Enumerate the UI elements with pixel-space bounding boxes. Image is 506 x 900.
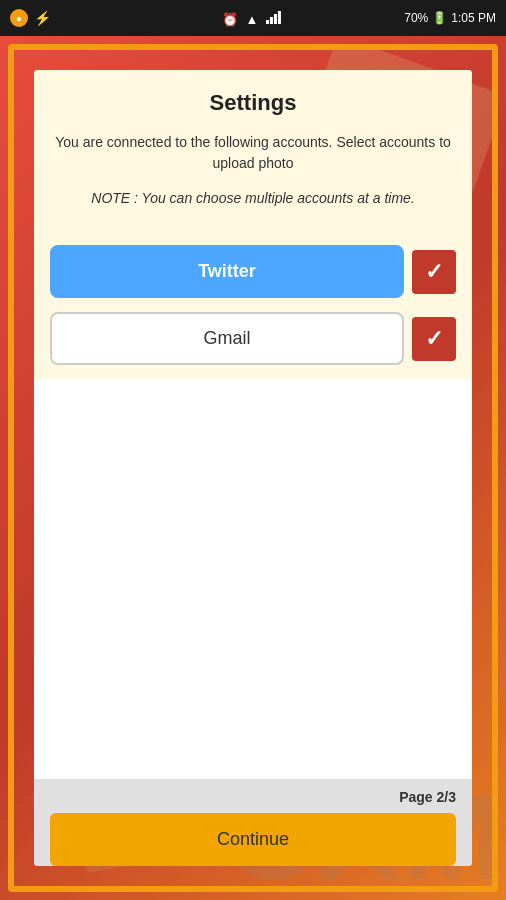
gmail-checkmark: ✓ — [425, 326, 443, 352]
battery-percent: 70% — [404, 11, 428, 25]
alarm-icon: ⏰ — [222, 12, 238, 27]
wifi-icon: ▲ — [246, 12, 259, 27]
description-text: You are connected to the following accou… — [54, 132, 452, 174]
svg-rect-0 — [266, 20, 269, 24]
svg-rect-2 — [274, 14, 277, 24]
accounts-section: Twitter ✓ Gmail ✓ — [34, 245, 472, 379]
continue-button[interactable]: Continue — [50, 813, 456, 866]
spacer-section — [34, 379, 472, 779]
settings-card: CAM Settings You are connected to the fo… — [34, 70, 472, 866]
battery-icon: 🔋 — [432, 11, 447, 25]
gmail-checkbox[interactable]: ✓ — [412, 317, 456, 361]
twitter-checkmark: ✓ — [425, 259, 443, 285]
status-left-icons: ● ⚡ — [10, 9, 51, 27]
page-indicator: Page 2/3 — [50, 789, 456, 805]
svg-rect-1 — [270, 17, 273, 24]
twitter-checkbox[interactable]: ✓ — [412, 250, 456, 294]
note-text: NOTE : You can choose multiple accounts … — [54, 188, 452, 209]
bottom-section: Page 2/3 Continue — [34, 779, 472, 866]
status-bar: ● ⚡ ⏰ ▲ 70% 🔋 1:05 PM — [0, 0, 506, 36]
twitter-row: Twitter ✓ — [50, 245, 456, 298]
usb-icon: ⚡ — [34, 10, 51, 26]
settings-title: Settings — [54, 90, 452, 116]
status-time: ⏰ ▲ — [222, 10, 284, 27]
status-right-info: 70% 🔋 1:05 PM — [404, 11, 496, 25]
top-section: Settings You are connected to the follow… — [34, 70, 472, 245]
gmail-row: Gmail ✓ — [50, 312, 456, 365]
twitter-button[interactable]: Twitter — [50, 245, 404, 298]
svg-rect-3 — [278, 11, 281, 24]
app-background: CAM CAM Settings You are connected to th… — [0, 36, 506, 900]
clock-time: 1:05 PM — [451, 11, 496, 25]
notification-icon: ● — [10, 9, 28, 27]
signal-bars — [266, 12, 284, 27]
gmail-button[interactable]: Gmail — [50, 312, 404, 365]
outer-frame: CAM CAM Settings You are connected to th… — [8, 44, 498, 892]
signal-icon — [266, 10, 284, 24]
card-content: Settings You are connected to the follow… — [34, 70, 472, 866]
